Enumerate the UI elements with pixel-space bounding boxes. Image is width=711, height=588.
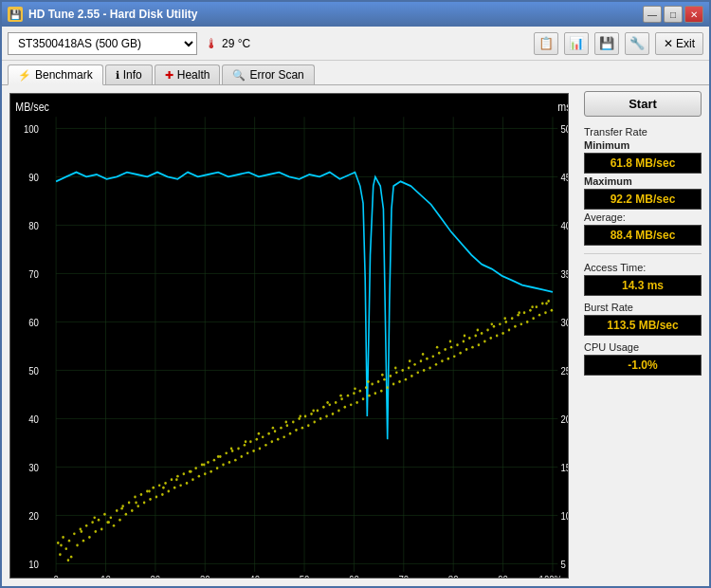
svg-point-76 bbox=[118, 519, 121, 522]
svg-text:60: 60 bbox=[28, 318, 39, 329]
svg-point-138 bbox=[307, 424, 310, 427]
svg-text:60: 60 bbox=[349, 575, 359, 578]
svg-point-195 bbox=[481, 332, 483, 335]
svg-point-173 bbox=[413, 363, 416, 366]
svg-point-233 bbox=[245, 440, 247, 443]
save-icon-btn[interactable]: 💾 bbox=[594, 32, 619, 55]
svg-text:45: 45 bbox=[561, 173, 568, 184]
svg-point-161 bbox=[377, 380, 380, 383]
maximize-button[interactable]: □ bbox=[664, 6, 683, 23]
settings-icon-btn[interactable]: 🔧 bbox=[625, 32, 649, 55]
svg-point-176 bbox=[423, 369, 426, 372]
svg-point-106 bbox=[210, 470, 212, 473]
svg-text:10: 10 bbox=[561, 511, 568, 523]
svg-point-252 bbox=[503, 317, 506, 320]
svg-point-213 bbox=[536, 305, 538, 308]
svg-point-197 bbox=[486, 328, 489, 331]
svg-point-157 bbox=[365, 386, 368, 389]
svg-text:35: 35 bbox=[561, 269, 568, 281]
toolbar-right: 📋 📊 💾 🔧 ✕ Exit bbox=[534, 32, 703, 55]
svg-point-246 bbox=[422, 353, 425, 356]
chart-icon-btn[interactable]: 📊 bbox=[564, 32, 589, 55]
tab-error-scan-label: Error Scan bbox=[249, 68, 303, 82]
minimize-button[interactable]: — bbox=[643, 6, 662, 23]
burst-rate-value: 113.5 MB/sec bbox=[584, 315, 702, 336]
svg-point-58 bbox=[65, 547, 68, 550]
title-bar-left: 💾 HD Tune 2.55 - Hard Disk Utility bbox=[8, 7, 197, 22]
content-area: MB/sec 100 90 80 70 60 50 40 30 20 10 ms… bbox=[2, 85, 709, 586]
svg-point-105 bbox=[207, 461, 210, 464]
svg-point-165 bbox=[390, 375, 392, 377]
average-label: Average: bbox=[584, 211, 702, 223]
svg-text:90: 90 bbox=[498, 575, 508, 578]
svg-point-111 bbox=[225, 451, 228, 454]
svg-text:100: 100 bbox=[24, 124, 39, 136]
svg-point-190 bbox=[465, 348, 468, 351]
svg-point-250 bbox=[477, 328, 480, 331]
svg-point-147 bbox=[335, 401, 337, 404]
svg-point-95 bbox=[176, 475, 179, 478]
svg-point-185 bbox=[450, 346, 453, 349]
svg-point-82 bbox=[137, 505, 139, 507]
svg-point-98 bbox=[186, 482, 189, 485]
svg-point-137 bbox=[304, 415, 307, 418]
title-bar: 💾 HD Tune 2.55 - Hard Disk Utility — □ ✕ bbox=[2, 2, 709, 27]
close-button[interactable]: ✕ bbox=[684, 6, 703, 23]
drive-select[interactable]: ST3500418AS (500 GB) bbox=[8, 32, 197, 55]
cpu-usage-value: -1.0% bbox=[584, 355, 702, 376]
svg-point-88 bbox=[155, 496, 158, 499]
svg-point-168 bbox=[398, 380, 401, 383]
svg-point-177 bbox=[426, 358, 428, 360]
svg-point-69 bbox=[98, 519, 100, 522]
svg-point-101 bbox=[194, 467, 197, 469]
svg-point-65 bbox=[85, 524, 88, 527]
tab-error-scan[interactable]: 🔍 Error Scan bbox=[222, 64, 314, 84]
svg-point-245 bbox=[409, 359, 411, 362]
access-time-label: Access Time: bbox=[584, 262, 702, 273]
svg-point-123 bbox=[262, 435, 264, 438]
svg-point-160 bbox=[374, 392, 377, 395]
svg-point-231 bbox=[217, 455, 220, 458]
cpu-usage-label: CPU Usage bbox=[584, 341, 702, 353]
svg-point-217 bbox=[547, 300, 550, 303]
svg-point-187 bbox=[456, 343, 459, 346]
svg-point-70 bbox=[100, 528, 103, 531]
svg-text:40: 40 bbox=[561, 221, 568, 232]
tab-benchmark[interactable]: ⚡ Benchmark bbox=[8, 64, 103, 85]
svg-point-162 bbox=[380, 390, 383, 393]
svg-text:ms: ms bbox=[557, 101, 568, 114]
svg-point-225 bbox=[135, 502, 137, 505]
start-button[interactable]: Start bbox=[584, 91, 702, 117]
svg-point-198 bbox=[489, 337, 492, 340]
copy-icon-btn[interactable]: 📋 bbox=[534, 32, 558, 55]
svg-point-74 bbox=[113, 524, 116, 527]
thermometer-icon: 🌡 bbox=[205, 36, 218, 51]
svg-text:40: 40 bbox=[249, 575, 260, 578]
svg-point-230 bbox=[203, 464, 206, 467]
svg-point-156 bbox=[362, 397, 365, 400]
svg-point-205 bbox=[511, 317, 514, 320]
svg-point-120 bbox=[252, 450, 255, 452]
access-time-value: 14.3 ms bbox=[584, 275, 702, 296]
svg-point-114 bbox=[234, 459, 237, 462]
health-tab-icon: ✚ bbox=[165, 69, 173, 82]
svg-text:50: 50 bbox=[561, 124, 568, 136]
svg-point-201 bbox=[499, 322, 501, 325]
svg-point-158 bbox=[368, 395, 371, 397]
tab-health[interactable]: ✚ Health bbox=[155, 64, 221, 84]
exit-button[interactable]: ✕ Exit bbox=[655, 32, 703, 55]
tabs-bar: ⚡ Benchmark ℹ Info ✚ Health 🔍 Error Scan bbox=[2, 61, 709, 85]
tab-info[interactable]: ℹ Info bbox=[105, 64, 153, 84]
svg-point-116 bbox=[240, 455, 243, 458]
svg-point-175 bbox=[420, 359, 423, 362]
svg-point-62 bbox=[76, 544, 79, 547]
svg-point-107 bbox=[213, 459, 216, 462]
svg-point-132 bbox=[289, 432, 292, 435]
svg-point-57 bbox=[62, 536, 64, 539]
svg-point-221 bbox=[81, 530, 83, 533]
svg-point-232 bbox=[230, 448, 233, 450]
svg-point-251 bbox=[491, 322, 494, 325]
temperature-value: 29 °C bbox=[222, 37, 250, 50]
svg-text:0: 0 bbox=[53, 575, 59, 578]
access-time-section: Access Time: 14.3 ms bbox=[584, 262, 702, 296]
